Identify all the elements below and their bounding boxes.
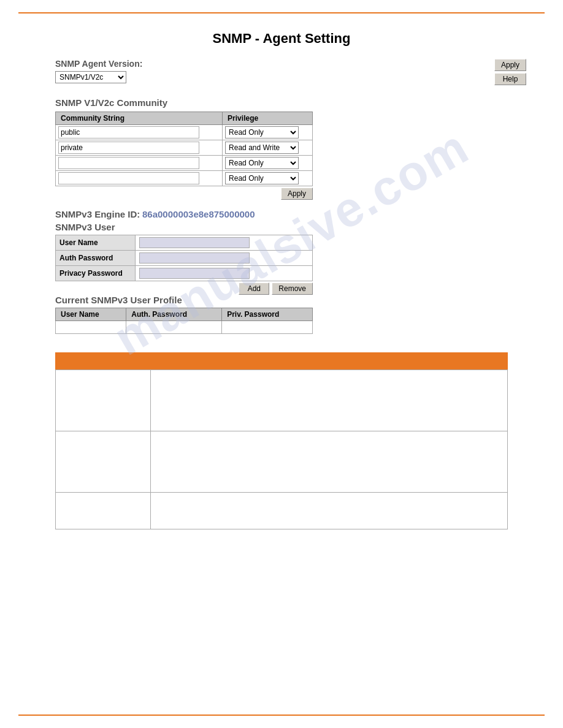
community-row-4: Read Only Read and Write [56, 171, 313, 186]
community-row-3: Read Only Read and Write [56, 156, 313, 171]
user-name-label-cell: User Name [56, 235, 136, 251]
add-button[interactable]: Add [239, 282, 269, 295]
user-name-input-cell [136, 235, 313, 251]
bottom-cell-1-2 [151, 370, 508, 431]
community-section: SNMP V1/V2c Community Community String P… [55, 97, 526, 200]
page-title: SNMP - Agent Setting [37, 31, 526, 47]
bottom-cell-3-2 [151, 493, 508, 529]
privilege-cell-2: Read Only Read and Write [223, 140, 313, 156]
engine-id-label: SNMPv3 Engine ID: [55, 209, 140, 219]
current-profile-title: Current SNMPv3 User Profile [55, 295, 526, 305]
community-row-1: Read Only Read and Write [56, 125, 313, 140]
snmpv3-auth-password-row: Auth Password [56, 251, 313, 266]
community-table-header: Community String Privilege [56, 112, 313, 125]
profile-table-header: User Name Auth. Password Priv. Password [56, 308, 313, 321]
col-community-string: Community String [56, 112, 223, 125]
profile-col-username: User Name [56, 308, 126, 321]
privilege-cell-1: Read Only Read and Write [223, 125, 313, 140]
privacy-password-input[interactable] [139, 268, 250, 279]
profile-empty-row [56, 321, 313, 334]
snmpv3-privacy-password-row: Privacy Password [56, 266, 313, 281]
privacy-password-input-cell [136, 266, 313, 281]
profile-col-auth: Auth. Password [126, 308, 222, 321]
snmpv3-user-name-row: User Name [56, 235, 313, 251]
community-row-2: Read Only Read and Write [56, 140, 313, 156]
bottom-grid-table [55, 370, 508, 529]
bottom-orange-header [55, 352, 508, 370]
bottom-cell-2-1 [56, 431, 151, 493]
privilege-select-3[interactable]: Read Only Read and Write [225, 157, 299, 169]
current-profile-section: Current SNMPv3 User Profile User Name Au… [55, 295, 526, 334]
community-table: Community String Privilege Read Only [55, 112, 313, 186]
agent-version-right: Apply Help [494, 59, 526, 85]
profile-empty-auth [126, 321, 222, 334]
profile-table: User Name Auth. Password Priv. Password [55, 308, 313, 334]
engine-id-row: SNMPv3 Engine ID: 86a0000003e8e875000000 [55, 209, 526, 219]
bottom-table-container [55, 352, 508, 529]
snmpv3-user-table: User Name Auth Password Privacy Password [55, 235, 313, 281]
privilege-select-1[interactable]: Read Only Read and Write [225, 126, 299, 138]
bottom-cell-3-1 [56, 493, 151, 529]
bottom-border [18, 715, 545, 716]
community-string-cell-4 [56, 171, 223, 186]
snmpv3-user-section: SNMPv3 User User Name Auth Password [55, 222, 526, 295]
agent-version-select[interactable]: SNMPv1/V2c SNMPv3 SNMPv1/V2c/V3 [55, 71, 126, 83]
snmpv3-user-title: SNMPv3 User [55, 222, 526, 232]
bottom-cell-1-1 [56, 370, 151, 431]
community-apply-button[interactable]: Apply [281, 188, 313, 200]
community-string-input-2[interactable] [58, 142, 199, 154]
privilege-select-2[interactable]: Read Only Read and Write [225, 142, 299, 154]
community-string-cell-3 [56, 156, 223, 171]
bottom-row-1 [56, 370, 508, 431]
community-string-cell-1 [56, 125, 223, 140]
community-string-input-1[interactable] [58, 126, 199, 138]
auth-password-input-cell [136, 251, 313, 266]
engine-id-value: 86a0000003e8e875000000 [142, 209, 255, 219]
community-string-input-3[interactable] [58, 157, 199, 169]
community-section-title: SNMP V1/V2c Community [55, 97, 526, 108]
col-privilege: Privilege [223, 112, 313, 125]
bottom-cell-2-2 [151, 431, 508, 493]
privacy-password-label-cell: Privacy Password [56, 266, 136, 281]
community-string-input-4[interactable] [58, 172, 199, 184]
auth-password-label-cell: Auth Password [56, 251, 136, 266]
agent-version-label: SNMP Agent Version: [55, 59, 142, 69]
privilege-cell-3: Read Only Read and Write [223, 156, 313, 171]
agent-version-section: SNMP Agent Version: SNMPv1/V2c SNMPv3 SN… [55, 59, 526, 85]
profile-empty-username [56, 321, 126, 334]
agent-apply-button[interactable]: Apply [494, 59, 526, 71]
bottom-row-3 [56, 493, 508, 529]
agent-help-button[interactable]: Help [494, 73, 526, 85]
privilege-select-4[interactable]: Read Only Read and Write [225, 172, 299, 184]
bottom-row-2 [56, 431, 508, 493]
top-border [18, 12, 545, 13]
privilege-cell-4: Read Only Read and Write [223, 171, 313, 186]
community-apply-row: Apply [55, 188, 313, 200]
user-name-input[interactable] [139, 237, 250, 248]
agent-version-left: SNMP Agent Version: SNMPv1/V2c SNMPv3 SN… [55, 59, 142, 83]
add-remove-row: Add Remove [55, 282, 313, 295]
community-string-cell-2 [56, 140, 223, 156]
remove-button[interactable]: Remove [272, 282, 313, 295]
profile-empty-priv [222, 321, 313, 334]
auth-password-input[interactable] [139, 252, 250, 264]
profile-col-priv: Priv. Password [222, 308, 313, 321]
